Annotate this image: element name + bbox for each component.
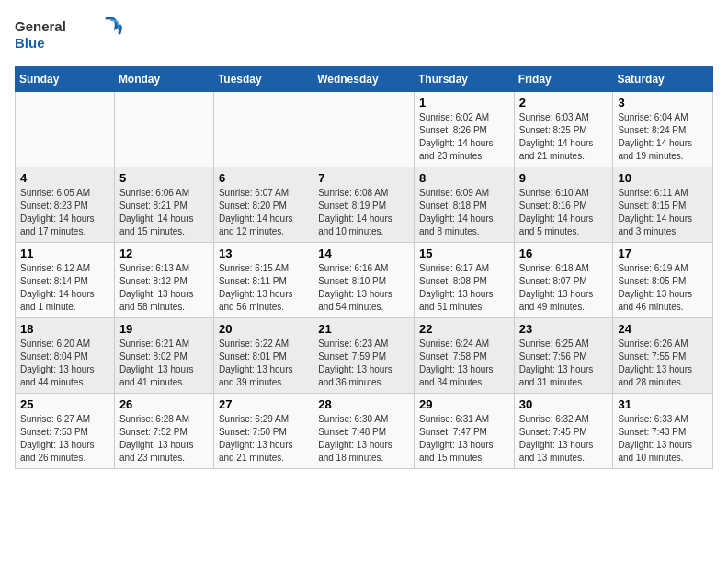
calendar-cell: 6Sunrise: 6:07 AM Sunset: 8:20 PM Daylig… bbox=[213, 167, 313, 243]
day-number: 26 bbox=[119, 397, 209, 411]
calendar-week-row: 1Sunrise: 6:02 AM Sunset: 8:26 PM Daylig… bbox=[16, 92, 713, 167]
day-number: 5 bbox=[119, 171, 209, 185]
day-info: Sunrise: 6:30 AM Sunset: 7:48 PM Dayligh… bbox=[318, 413, 409, 465]
day-info: Sunrise: 6:09 AM Sunset: 8:18 PM Dayligh… bbox=[419, 187, 509, 238]
calendar-week-row: 11Sunrise: 6:12 AM Sunset: 8:14 PM Dayli… bbox=[16, 243, 713, 318]
calendar-cell: 3Sunrise: 6:04 AM Sunset: 8:24 PM Daylig… bbox=[613, 92, 713, 167]
day-info: Sunrise: 6:05 AM Sunset: 8:23 PM Dayligh… bbox=[20, 187, 109, 238]
day-number: 19 bbox=[119, 322, 209, 336]
day-number: 12 bbox=[119, 247, 209, 260]
calendar-cell: 10Sunrise: 6:11 AM Sunset: 8:15 PM Dayli… bbox=[613, 167, 713, 243]
calendar-table: SundayMondayTuesdayWednesdayThursdayFrid… bbox=[15, 66, 713, 469]
calendar-cell: 7Sunrise: 6:08 AM Sunset: 8:19 PM Daylig… bbox=[313, 167, 415, 243]
weekday-header-saturday: Saturday bbox=[613, 67, 713, 92]
day-info: Sunrise: 6:12 AM Sunset: 8:14 PM Dayligh… bbox=[20, 262, 109, 314]
day-info: Sunrise: 6:21 AM Sunset: 8:02 PM Dayligh… bbox=[119, 338, 209, 389]
day-info: Sunrise: 6:26 AM Sunset: 7:55 PM Dayligh… bbox=[618, 338, 708, 389]
day-number: 15 bbox=[419, 247, 509, 260]
calendar-cell: 2Sunrise: 6:03 AM Sunset: 8:25 PM Daylig… bbox=[514, 92, 613, 167]
day-info: Sunrise: 6:11 AM Sunset: 8:15 PM Dayligh… bbox=[618, 187, 708, 238]
day-number: 11 bbox=[20, 247, 109, 260]
day-number: 3 bbox=[618, 96, 708, 109]
svg-text:Blue: Blue bbox=[15, 35, 45, 51]
calendar-cell: 9Sunrise: 6:10 AM Sunset: 8:16 PM Daylig… bbox=[514, 167, 613, 243]
day-number: 22 bbox=[419, 322, 509, 336]
calendar-cell: 1Sunrise: 6:02 AM Sunset: 8:26 PM Daylig… bbox=[414, 92, 514, 167]
calendar-cell: 24Sunrise: 6:26 AM Sunset: 7:55 PM Dayli… bbox=[613, 318, 713, 394]
day-info: Sunrise: 6:06 AM Sunset: 8:21 PM Dayligh… bbox=[119, 187, 209, 238]
day-number: 10 bbox=[618, 171, 708, 185]
day-info: Sunrise: 6:27 AM Sunset: 7:53 PM Dayligh… bbox=[20, 413, 109, 465]
logo: General Blue bbox=[15, 15, 125, 55]
day-info: Sunrise: 6:20 AM Sunset: 8:04 PM Dayligh… bbox=[20, 338, 109, 389]
day-number: 31 bbox=[618, 397, 708, 411]
day-number: 2 bbox=[519, 96, 609, 109]
weekday-header-wednesday: Wednesday bbox=[313, 67, 415, 92]
calendar-cell: 28Sunrise: 6:30 AM Sunset: 7:48 PM Dayli… bbox=[313, 394, 415, 469]
calendar-cell bbox=[114, 92, 213, 167]
page-header: General Blue bbox=[15, 15, 713, 55]
calendar-cell: 31Sunrise: 6:33 AM Sunset: 7:43 PM Dayli… bbox=[613, 394, 713, 469]
calendar-cell: 13Sunrise: 6:15 AM Sunset: 8:11 PM Dayli… bbox=[213, 243, 313, 318]
day-number: 30 bbox=[519, 397, 609, 411]
calendar-cell: 16Sunrise: 6:18 AM Sunset: 8:07 PM Dayli… bbox=[514, 243, 613, 318]
calendar-cell: 23Sunrise: 6:25 AM Sunset: 7:56 PM Dayli… bbox=[514, 318, 613, 394]
calendar-cell: 8Sunrise: 6:09 AM Sunset: 8:18 PM Daylig… bbox=[414, 167, 514, 243]
calendar-cell bbox=[313, 92, 415, 167]
calendar-cell bbox=[16, 92, 115, 167]
day-number: 14 bbox=[318, 247, 409, 260]
calendar-cell: 5Sunrise: 6:06 AM Sunset: 8:21 PM Daylig… bbox=[114, 167, 213, 243]
day-info: Sunrise: 6:16 AM Sunset: 8:10 PM Dayligh… bbox=[318, 262, 409, 314]
day-number: 21 bbox=[318, 322, 409, 336]
calendar-cell: 17Sunrise: 6:19 AM Sunset: 8:05 PM Dayli… bbox=[613, 243, 713, 318]
calendar-week-row: 4Sunrise: 6:05 AM Sunset: 8:23 PM Daylig… bbox=[16, 167, 713, 243]
calendar-cell: 30Sunrise: 6:32 AM Sunset: 7:45 PM Dayli… bbox=[514, 394, 613, 469]
day-number: 29 bbox=[419, 397, 509, 411]
calendar-cell: 18Sunrise: 6:20 AM Sunset: 8:04 PM Dayli… bbox=[16, 318, 115, 394]
weekday-header-friday: Friday bbox=[514, 67, 613, 92]
day-info: Sunrise: 6:15 AM Sunset: 8:11 PM Dayligh… bbox=[219, 262, 308, 314]
day-number: 27 bbox=[219, 397, 308, 411]
day-info: Sunrise: 6:32 AM Sunset: 7:45 PM Dayligh… bbox=[519, 413, 609, 465]
calendar-cell: 11Sunrise: 6:12 AM Sunset: 8:14 PM Dayli… bbox=[16, 243, 115, 318]
calendar-cell bbox=[213, 92, 313, 167]
day-info: Sunrise: 6:25 AM Sunset: 7:56 PM Dayligh… bbox=[519, 338, 609, 389]
day-info: Sunrise: 6:23 AM Sunset: 7:59 PM Dayligh… bbox=[318, 338, 409, 389]
day-info: Sunrise: 6:02 AM Sunset: 8:26 PM Dayligh… bbox=[419, 111, 509, 163]
day-number: 16 bbox=[519, 247, 609, 260]
day-number: 24 bbox=[618, 322, 708, 336]
svg-text:General: General bbox=[15, 18, 66, 34]
calendar-cell: 25Sunrise: 6:27 AM Sunset: 7:53 PM Dayli… bbox=[16, 394, 115, 469]
day-info: Sunrise: 6:22 AM Sunset: 8:01 PM Dayligh… bbox=[219, 338, 308, 389]
calendar-week-row: 18Sunrise: 6:20 AM Sunset: 8:04 PM Dayli… bbox=[16, 318, 713, 394]
day-number: 17 bbox=[618, 247, 708, 260]
day-info: Sunrise: 6:03 AM Sunset: 8:25 PM Dayligh… bbox=[519, 111, 609, 163]
day-info: Sunrise: 6:24 AM Sunset: 7:58 PM Dayligh… bbox=[419, 338, 509, 389]
calendar-cell: 20Sunrise: 6:22 AM Sunset: 8:01 PM Dayli… bbox=[213, 318, 313, 394]
calendar-week-row: 25Sunrise: 6:27 AM Sunset: 7:53 PM Dayli… bbox=[16, 394, 713, 469]
calendar-cell: 27Sunrise: 6:29 AM Sunset: 7:50 PM Dayli… bbox=[213, 394, 313, 469]
day-info: Sunrise: 6:33 AM Sunset: 7:43 PM Dayligh… bbox=[618, 413, 708, 465]
calendar-cell: 14Sunrise: 6:16 AM Sunset: 8:10 PM Dayli… bbox=[313, 243, 415, 318]
calendar-cell: 26Sunrise: 6:28 AM Sunset: 7:52 PM Dayli… bbox=[114, 394, 213, 469]
day-number: 8 bbox=[419, 171, 509, 185]
day-info: Sunrise: 6:04 AM Sunset: 8:24 PM Dayligh… bbox=[618, 111, 708, 163]
day-info: Sunrise: 6:18 AM Sunset: 8:07 PM Dayligh… bbox=[519, 262, 609, 314]
calendar-cell: 29Sunrise: 6:31 AM Sunset: 7:47 PM Dayli… bbox=[414, 394, 514, 469]
day-info: Sunrise: 6:07 AM Sunset: 8:20 PM Dayligh… bbox=[219, 187, 308, 238]
calendar-cell: 21Sunrise: 6:23 AM Sunset: 7:59 PM Dayli… bbox=[313, 318, 415, 394]
day-number: 25 bbox=[20, 397, 109, 411]
weekday-header-tuesday: Tuesday bbox=[213, 67, 313, 92]
day-number: 6 bbox=[219, 171, 308, 185]
day-info: Sunrise: 6:08 AM Sunset: 8:19 PM Dayligh… bbox=[318, 187, 409, 238]
day-info: Sunrise: 6:13 AM Sunset: 8:12 PM Dayligh… bbox=[119, 262, 209, 314]
day-info: Sunrise: 6:29 AM Sunset: 7:50 PM Dayligh… bbox=[219, 413, 308, 465]
day-number: 28 bbox=[318, 397, 409, 411]
day-info: Sunrise: 6:17 AM Sunset: 8:08 PM Dayligh… bbox=[419, 262, 509, 314]
day-info: Sunrise: 6:10 AM Sunset: 8:16 PM Dayligh… bbox=[519, 187, 609, 238]
day-number: 23 bbox=[519, 322, 609, 336]
calendar-cell: 22Sunrise: 6:24 AM Sunset: 7:58 PM Dayli… bbox=[414, 318, 514, 394]
day-info: Sunrise: 6:19 AM Sunset: 8:05 PM Dayligh… bbox=[618, 262, 708, 314]
calendar-cell: 4Sunrise: 6:05 AM Sunset: 8:23 PM Daylig… bbox=[16, 167, 115, 243]
day-number: 18 bbox=[20, 322, 109, 336]
